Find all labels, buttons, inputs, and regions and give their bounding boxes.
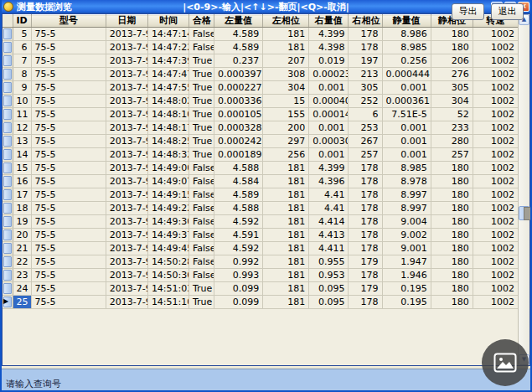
table-cell[interactable]: 0.099 [214, 282, 263, 296]
table-cell[interactable]: 0.955 [309, 255, 349, 269]
column-header[interactable]: 合格 [189, 15, 214, 28]
table-cell[interactable]: 304 [263, 81, 309, 95]
table-cell[interactable]: 1002 [473, 121, 518, 135]
table-cell[interactable]: 0.095 [309, 282, 349, 296]
row-selector[interactable]: ▶ [3, 296, 13, 309]
table-cell[interactable]: 0.001 [309, 121, 349, 135]
table-cell[interactable]: 1002 [473, 54, 518, 68]
table-cell[interactable]: 0.001 [382, 148, 431, 162]
row-selector[interactable] [3, 68, 13, 81]
table-cell[interactable]: 207 [263, 54, 309, 68]
table-cell[interactable]: 267 [349, 135, 382, 148]
table-cell[interactable]: 9.004 [382, 215, 431, 229]
table-cell[interactable]: 0.000309 [309, 135, 349, 148]
table-cell[interactable]: 75-5 [31, 81, 106, 95]
table-cell[interactable]: 2013-7-9 [106, 202, 147, 215]
table-cell[interactable]: True [189, 68, 214, 81]
table-cell[interactable]: 75-5 [31, 269, 106, 282]
column-header[interactable]: 右量值 [309, 15, 349, 28]
table-cell[interactable]: 155 [263, 108, 309, 121]
row-selector[interactable] [3, 215, 13, 229]
table-cell[interactable]: 8.985 [382, 41, 431, 54]
table-cell[interactable]: 14:48:25 [147, 135, 189, 148]
table-cell[interactable]: 280 [431, 135, 473, 148]
table-cell[interactable]: 14:49:30 [147, 215, 189, 229]
table-cell[interactable]: 181 [263, 282, 309, 296]
table-cell[interactable]: 0.993 [214, 269, 263, 282]
table-cell[interactable]: 178 [349, 296, 382, 309]
export-button[interactable]: 导出 [452, 3, 484, 20]
table-cell[interactable]: 178 [349, 28, 382, 41]
table-cell[interactable]: 14:49:37 [147, 229, 189, 242]
table-cell[interactable]: 2013-7-9 [106, 229, 147, 242]
table-cell[interactable]: 2013-7-9 [106, 135, 147, 148]
table-cell[interactable]: 181 [263, 41, 309, 54]
table-cell[interactable]: 23 [13, 269, 31, 282]
table-cell[interactable]: False [189, 255, 214, 269]
table-cell[interactable]: 200 [263, 121, 309, 135]
table-cell[interactable]: 2013-7-9 [106, 175, 147, 188]
table-cell[interactable]: 253 [349, 121, 382, 135]
table-cell[interactable]: 180 [431, 255, 473, 269]
row-selector[interactable] [3, 255, 13, 269]
table-cell[interactable]: 52 [431, 108, 473, 121]
table-cell[interactable]: 2013-7-9 [106, 296, 147, 309]
table-cell[interactable]: 75-5 [31, 148, 106, 162]
table-cell[interactable]: 75-5 [31, 296, 106, 309]
table-cell[interactable]: 1002 [473, 296, 518, 309]
table-cell[interactable]: 75-5 [31, 229, 106, 242]
table-cell[interactable]: 4.41 [309, 202, 349, 215]
table-cell[interactable]: 14:47:39 [147, 54, 189, 68]
table-cell[interactable]: 19 [13, 215, 31, 229]
table-cell[interactable]: 4.588 [214, 202, 263, 215]
table-cell[interactable]: 0.000237 [309, 68, 349, 81]
table-cell[interactable]: 0.953 [309, 269, 349, 282]
row-selector[interactable] [3, 135, 13, 148]
table-cell[interactable]: 180 [431, 188, 473, 202]
table-cell[interactable]: 180 [431, 269, 473, 282]
table-cell[interactable]: 0.000397 [214, 68, 263, 81]
table-cell[interactable]: 276 [431, 68, 473, 81]
table-cell[interactable]: 2013-7-9 [106, 95, 147, 108]
table-cell[interactable]: 180 [431, 175, 473, 188]
table-cell[interactable]: 24 [13, 282, 31, 296]
table-cell[interactable]: 4.396 [309, 175, 349, 188]
table-cell[interactable]: 0.099 [214, 296, 263, 309]
table-cell[interactable]: 75-5 [31, 108, 106, 121]
table-cell[interactable]: 15 [13, 162, 31, 175]
table-cell[interactable]: 75-5 [31, 282, 106, 296]
table-cell[interactable]: 9 [13, 81, 31, 95]
table-cell[interactable]: 2013-7-9 [106, 269, 147, 282]
table-cell[interactable]: 14:50:28 [147, 255, 189, 269]
table-cell[interactable]: False [189, 188, 214, 202]
row-selector[interactable] [3, 242, 13, 255]
table-cell[interactable]: 1002 [473, 108, 518, 121]
table-cell[interactable]: False [189, 229, 214, 242]
table-cell[interactable]: 179 [349, 255, 382, 269]
table-cell[interactable]: 0.000227 [214, 81, 263, 95]
table-cell[interactable]: 75-5 [31, 215, 106, 229]
table-cell[interactable]: 4.592 [214, 215, 263, 229]
table-cell[interactable]: 2013-7-9 [106, 162, 147, 175]
table-cell[interactable]: False [189, 242, 214, 255]
table-cell[interactable]: 20 [13, 229, 31, 242]
table-cell[interactable]: 0.237 [214, 54, 263, 68]
row-selector[interactable] [3, 162, 13, 175]
table-cell[interactable]: 8.986 [382, 28, 431, 41]
table-cell[interactable]: 1002 [473, 269, 518, 282]
table-cell[interactable]: 0.195 [382, 282, 431, 296]
table-cell[interactable]: 213 [349, 68, 382, 81]
table-cell[interactable]: 2013-7-9 [106, 81, 147, 95]
table-cell[interactable]: 178 [349, 242, 382, 255]
table-cell[interactable]: True [189, 108, 214, 121]
table-cell[interactable]: 6 [13, 41, 31, 54]
table-cell[interactable]: 8.978 [382, 175, 431, 188]
table-cell[interactable]: 1002 [473, 215, 518, 229]
table-cell[interactable]: 75-5 [31, 121, 106, 135]
table-cell[interactable]: 2013-7-9 [106, 108, 147, 121]
table-cell[interactable]: 8.997 [382, 202, 431, 215]
table-cell[interactable]: 9.001 [382, 242, 431, 255]
table-cell[interactable]: 18 [13, 202, 31, 215]
table-cell[interactable]: 2013-7-9 [106, 148, 147, 162]
table-cell[interactable]: 0.001 [382, 121, 431, 135]
